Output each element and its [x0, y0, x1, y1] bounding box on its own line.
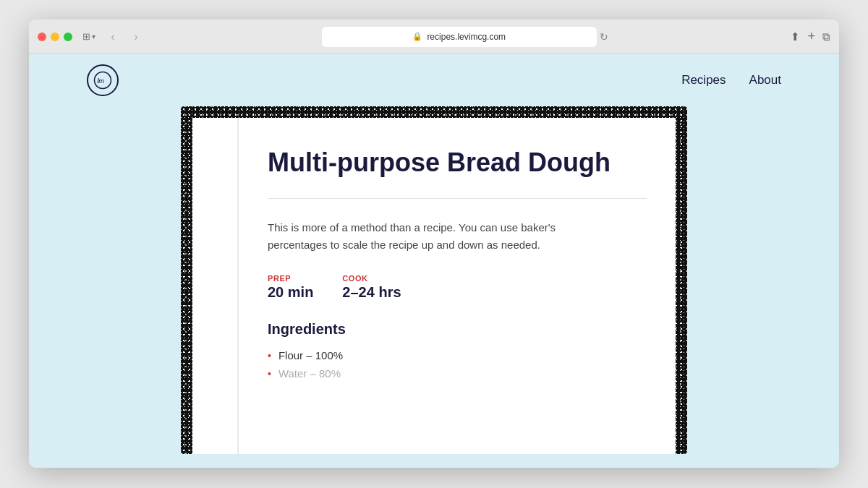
nav-about[interactable]: About: [749, 73, 781, 87]
main-content: Multi-purpose Bread Dough This is more o…: [29, 106, 839, 454]
notebook-container: Multi-purpose Bread Dough This is more o…: [181, 106, 687, 454]
nav-recipes[interactable]: Recipes: [681, 73, 726, 87]
prep-value: 20 min: [268, 284, 313, 301]
cook-time: COOK 2–24 hrs: [342, 274, 401, 301]
window-controls: ⊞ ▾: [82, 31, 95, 42]
browser-toolbar: ⊞ ▾ ‹ › 🔒 recipes.levimcg.com ↻ ⬆ + ⧉: [29, 20, 839, 54]
recipe-divider: [268, 198, 647, 199]
toolbar-actions: ⬆ + ⧉: [791, 29, 830, 44]
ingredient-water: • Water – 80%: [268, 367, 647, 380]
chevron-down-icon[interactable]: ▾: [92, 33, 95, 40]
prep-label: PREP: [268, 274, 313, 283]
address-bar-container: 🔒 recipes.levimcg.com ↻: [150, 27, 779, 47]
share-icon[interactable]: ⬆: [791, 30, 800, 43]
prep-time: PREP 20 min: [268, 274, 313, 301]
recipe-description: This is more of a method than a recipe. …: [268, 219, 615, 254]
ingredient-water-text: Water – 80%: [278, 367, 341, 380]
svg-text:lm: lm: [97, 76, 104, 85]
security-icon: 🔒: [412, 32, 422, 41]
grid-icon[interactable]: ⊞: [82, 31, 90, 42]
site-nav: Recipes About: [681, 73, 781, 87]
refresh-button[interactable]: ↻: [600, 31, 608, 43]
ingredient-flour: • Flour – 100%: [268, 349, 647, 361]
forward-button[interactable]: ›: [127, 28, 145, 46]
site-logo[interactable]: lm: [87, 64, 119, 96]
recipe-title: Multi-purpose Bread Dough: [268, 147, 647, 178]
new-tab-icon[interactable]: +: [807, 29, 815, 44]
bullet-icon-2: •: [268, 369, 271, 379]
recipe-meta: PREP 20 min COOK 2–24 hrs: [268, 274, 647, 301]
cook-label: COOK: [342, 274, 401, 283]
cook-value: 2–24 hrs: [342, 284, 401, 301]
bullet-icon: •: [268, 351, 271, 361]
website-content: lm Recipes About Multi-purpose Bread Dou…: [29, 54, 839, 468]
notebook-spine: [192, 118, 239, 454]
ingredient-flour-text: Flour – 100%: [278, 349, 343, 361]
url-text: recipes.levimcg.com: [427, 32, 506, 42]
site-header: lm Recipes About: [29, 54, 839, 106]
tabs-icon[interactable]: ⧉: [822, 30, 830, 43]
address-bar[interactable]: 🔒 recipes.levimcg.com: [322, 27, 597, 47]
ingredients-section: Ingredients • Flour – 100% • Water – 80%: [268, 321, 647, 380]
close-button[interactable]: [38, 33, 46, 41]
maximize-button[interactable]: [64, 33, 72, 41]
browser-window: ⊞ ▾ ‹ › 🔒 recipes.levimcg.com ↻ ⬆ + ⧉: [29, 20, 839, 468]
minimize-button[interactable]: [51, 33, 59, 41]
traffic-lights: [38, 33, 72, 41]
ingredients-heading: Ingredients: [268, 321, 647, 338]
back-button[interactable]: ‹: [104, 28, 122, 46]
recipe-page: Multi-purpose Bread Dough This is more o…: [239, 118, 676, 454]
